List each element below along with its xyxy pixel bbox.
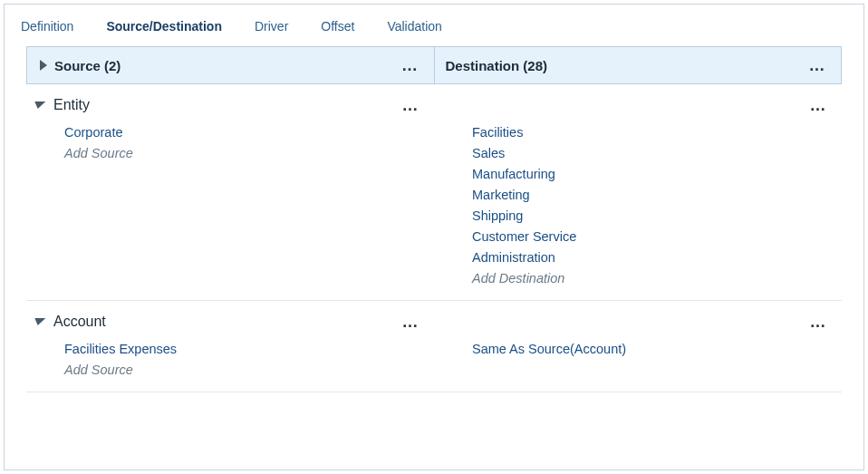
section-source-menu[interactable]: … xyxy=(401,97,420,113)
tab-validation[interactable]: Validation xyxy=(387,15,441,37)
source-header-label: Source (2) xyxy=(54,58,121,73)
panel: DefinitionSource/DestinationDriverOffset… xyxy=(4,4,864,470)
source-column-header: Source (2) … xyxy=(27,47,434,83)
destination-column: Same As Source(Account) xyxy=(434,339,842,381)
section-account: Account……Facilities ExpensesAdd SourceSa… xyxy=(26,301,842,392)
add-source-link[interactable]: Add Source xyxy=(64,143,434,164)
tab-offset[interactable]: Offset xyxy=(321,15,354,37)
source-column: CorporateAdd Source xyxy=(26,122,434,289)
destination-item[interactable]: Manufacturing xyxy=(472,164,842,185)
content-area: Source (2) … Destination (28) … Entity……… xyxy=(5,46,863,409)
source-item[interactable]: Corporate xyxy=(64,122,434,143)
destination-item[interactable]: Same As Source(Account) xyxy=(472,339,842,360)
source-header-menu[interactable]: … xyxy=(401,57,420,73)
section-title: Entity xyxy=(53,97,90,113)
section-destination-menu[interactable]: … xyxy=(809,97,827,113)
destination-item[interactable]: Sales xyxy=(472,143,842,164)
section-destination-menu[interactable]: … xyxy=(809,314,827,330)
destination-item[interactable]: Facilities xyxy=(472,122,842,143)
add-destination-link[interactable]: Add Destination xyxy=(472,268,842,289)
chevron-right-icon[interactable] xyxy=(40,60,47,71)
destination-item[interactable]: Marketing xyxy=(472,185,842,206)
source-item[interactable]: Facilities Expenses xyxy=(64,339,434,360)
section-source-menu[interactable]: … xyxy=(401,314,420,330)
tab-bar: DefinitionSource/DestinationDriverOffset… xyxy=(5,5,863,46)
chevron-down-icon[interactable] xyxy=(33,318,46,325)
tab-source-destination[interactable]: Source/Destination xyxy=(106,15,222,37)
tab-definition[interactable]: Definition xyxy=(21,15,73,37)
chevron-down-icon[interactable] xyxy=(33,102,46,109)
destination-column: FacilitiesSalesManufacturingMarketingShi… xyxy=(434,122,842,289)
source-column: Facilities ExpensesAdd Source xyxy=(26,339,434,381)
tab-driver[interactable]: Driver xyxy=(255,15,288,37)
destination-item[interactable]: Shipping xyxy=(472,206,842,227)
section-entity: Entity……CorporateAdd SourceFacilitiesSal… xyxy=(26,84,842,301)
destination-header-label: Destination (28) xyxy=(446,58,548,73)
add-source-link[interactable]: Add Source xyxy=(64,360,434,381)
destination-header-menu[interactable]: … xyxy=(808,57,826,73)
column-headers: Source (2) … Destination (28) … xyxy=(26,46,842,84)
destination-item[interactable]: Administration xyxy=(472,247,842,268)
destination-column-header: Destination (28) … xyxy=(434,47,842,83)
destination-item[interactable]: Customer Service xyxy=(472,227,842,247)
section-title: Account xyxy=(53,314,106,330)
